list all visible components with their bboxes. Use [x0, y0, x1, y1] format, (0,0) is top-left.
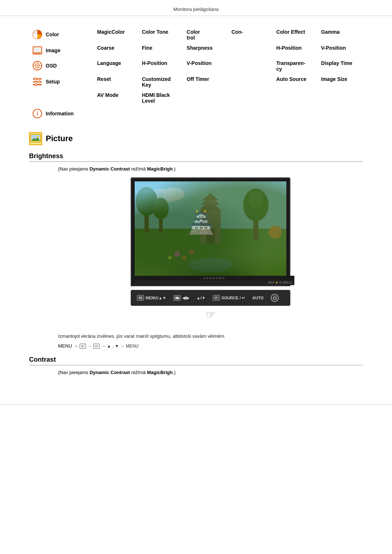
svg-rect-28: [144, 203, 149, 232]
osd-icon-label: OSD: [32, 60, 91, 71]
svg-point-39: [249, 190, 263, 209]
image-item-4: [229, 43, 273, 58]
contrast-heading: Contrast: [29, 356, 363, 365]
setup-item-2: CustomizedKey: [139, 74, 184, 90]
information-label: Information: [46, 111, 74, 116]
brightness-note: (Nav pieejams Dynamic Contrast režīmā Ma…: [58, 166, 363, 172]
osd-sub-2: H-Position: [142, 59, 167, 66]
svg-marker-34: [201, 196, 220, 205]
avmode-item-2: HDMI BlackLevel: [139, 90, 184, 106]
monitor-status-bar: SELF ⚡ ☰ 100% ▯▯: [135, 280, 294, 285]
setup-sub-2: CustomizedKey: [142, 75, 171, 88]
setup-sub-1: Reset: [97, 75, 111, 82]
color-item-3: Colortrol: [184, 27, 228, 43]
svg-point-31: [153, 198, 169, 219]
color-svg-icon: [32, 29, 42, 40]
svg-point-45: [189, 258, 232, 272]
color-sub-4: Con-: [232, 28, 243, 35]
setup-item-6: Image Size: [318, 74, 363, 90]
menu-image-cell: Image: [29, 43, 94, 58]
page-header: Monitora pielāgošana: [0, 0, 392, 16]
color-icon: [32, 29, 43, 40]
menu-avmode-cell: [29, 90, 94, 106]
setup-sub-3: Off Timer: [187, 75, 209, 82]
menu-table: Color MagicColor Color Tone Colortrol Co…: [29, 27, 363, 121]
menu-setup-cell: Setup: [29, 74, 94, 90]
svg-point-26: [163, 188, 184, 201]
source-btn-icon: ↵: [213, 295, 220, 301]
setup-sub-5: Auto Source: [276, 75, 306, 82]
svg-point-25: [148, 189, 177, 203]
svg-rect-30: [159, 210, 163, 232]
nav-button[interactable]: ◀▶ ◀/▶: [173, 295, 189, 301]
setup-item-5: Auto Source: [273, 74, 318, 90]
table-row: OSD Language H-Position V-Position: [29, 58, 363, 74]
setup-sub-6: Image Size: [321, 75, 347, 82]
path-arrow-2: → ▲ , ▼ → MENU: [101, 344, 139, 349]
contrast-note: (Nav pieejams Dynamic Contrast režīmā Ma…: [58, 370, 363, 375]
svg-rect-4: [34, 53, 40, 54]
image-item-1: Coarse: [94, 43, 139, 58]
menu-osd-cell: OSD: [29, 58, 94, 74]
samsung-logo-bar: SAMSUNG: [135, 276, 294, 280]
brightness-content: (Nav pieejams Dynamic Contrast režīmā Ma…: [29, 166, 363, 349]
picture-icon: [29, 132, 42, 145]
table-row: AV Mode HDMI BlackLevel: [29, 90, 363, 106]
image-icon: [32, 45, 43, 56]
picture-title: Picture: [46, 134, 73, 143]
table-row: Image Coarse Fine Sharpness: [29, 43, 363, 58]
picture-svg-icon: [30, 133, 41, 144]
osd-svg-icon: [32, 61, 42, 71]
monitor-screen: [135, 181, 286, 276]
nav-btn-icon: ◀▶: [173, 295, 181, 301]
svg-rect-32: [201, 210, 221, 243]
osd-sub-3: V-Position: [187, 59, 211, 66]
picture-section: Picture Brightness (Nav pieejams Dynamic…: [0, 128, 392, 375]
svg-rect-2: [34, 48, 41, 53]
contrast-section: Contrast (Nav pieejams Dynamic Contrast …: [29, 356, 363, 375]
auto-button[interactable]: AUTO: [252, 296, 264, 300]
color-sub-3: Colortrol: [187, 28, 200, 41]
svg-point-44: [168, 256, 172, 259]
image-sub-1: Coarse: [97, 44, 114, 51]
image-sub-2: Fine: [142, 44, 152, 51]
source-button[interactable]: ↵ SOURCE / ↵: [213, 295, 245, 301]
garden-scene-svg: [135, 181, 286, 276]
osd-label: OSD: [46, 63, 57, 69]
setup-item-4: [229, 74, 273, 90]
osd-sub-6: Display Time: [321, 59, 352, 66]
setup-label: Setup: [46, 79, 60, 85]
svg-point-42: [182, 255, 187, 260]
menu-button[interactable]: M MENU/▲▼: [137, 295, 166, 301]
page-title: Monitora pielāgošana: [173, 7, 219, 12]
enter-icon-2: ↵: [93, 344, 100, 349]
svg-text:i: i: [37, 111, 38, 116]
svg-point-43: [189, 250, 194, 255]
menu-info-cell: i Information: [29, 106, 94, 121]
samsung-logo: SAMSUNG: [203, 276, 225, 280]
table-row: Setup Reset CustomizedKey Off Timer: [29, 74, 363, 90]
menu-path-brightness: MENU → ↵ → ↵ → ▲ , ▼ → MENU: [58, 343, 363, 349]
color-item-1: MagicColor: [94, 27, 139, 43]
setup-item-3: Off Timer: [184, 74, 228, 90]
brightness-description: Izmantojot ekrāna izvēlnes, jūs varat ma…: [58, 333, 363, 339]
monitor-screen-wrapper: SAMSUNG SELF ⚡ ☰ 100% ▯▯: [131, 177, 290, 286]
svg-point-38: [243, 189, 269, 221]
menu-section: Color MagicColor Color Tone Colortrol Co…: [0, 27, 392, 121]
nav-btn-label: ◀/▶: [182, 296, 189, 300]
svg-point-40: [269, 226, 282, 239]
color-item-4: Con-: [229, 27, 273, 43]
svg-rect-36: [206, 229, 215, 243]
information-icon: i: [32, 108, 43, 119]
image-svg-icon: [32, 45, 42, 56]
power-button[interactable]: ⏻: [271, 294, 279, 302]
osd-icon: [32, 60, 43, 71]
color-sub-6: Gamma: [321, 28, 340, 35]
svg-rect-13: [33, 81, 42, 82]
table-row: Color MagicColor Color Tone Colortrol Co…: [29, 27, 363, 43]
osd-item-5: Transparen-cy: [273, 58, 318, 74]
setup-icon-label: Setup: [32, 76, 91, 87]
nav2-button[interactable]: ▲/▼: [196, 296, 205, 300]
setup-svg-icon: [32, 77, 42, 87]
osd-sub-5: Transparen-cy: [276, 59, 305, 72]
